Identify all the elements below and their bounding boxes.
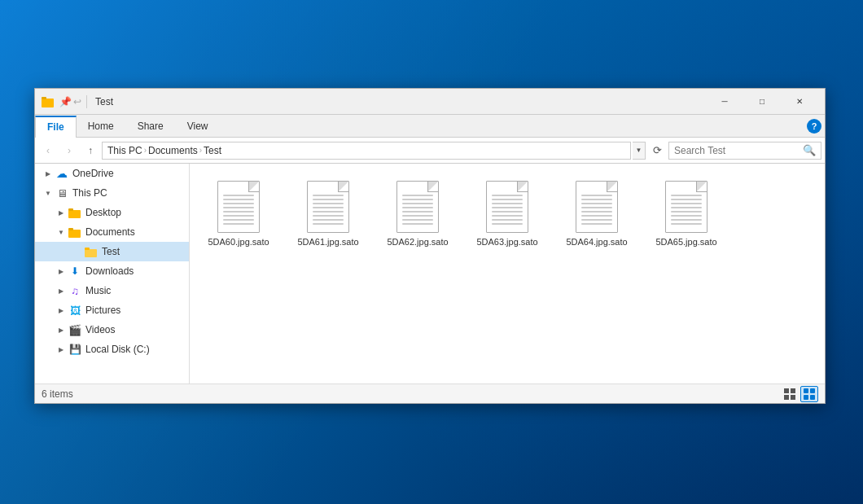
- doc-line: [581, 195, 612, 196]
- sidebar-item-test[interactable]: ▶ Test: [35, 242, 189, 261]
- forward-button[interactable]: ›: [59, 141, 79, 160]
- up-button[interactable]: ↑: [81, 141, 100, 160]
- sidebar-label-pictures: Pictures: [85, 305, 120, 316]
- window-title: Test: [95, 96, 706, 107]
- file-item[interactable]: 5DA61.jpg.sato: [287, 172, 369, 253]
- svg-rect-15: [810, 395, 815, 400]
- main-content: ▶ ☁ OneDrive ▼ 🖥 This PC ▶ Desktop: [35, 164, 825, 383]
- sidebar-label-downloads: Downloads: [85, 265, 134, 277]
- sidebar-label-music: Music: [85, 285, 111, 296]
- doc-line: [402, 207, 433, 208]
- close-button[interactable]: ✕: [781, 89, 818, 115]
- sidebar-label-test: Test: [102, 246, 120, 257]
- folder-icon-test: [84, 245, 99, 258]
- doc-line: [581, 211, 612, 213]
- file-item[interactable]: 5DA65.jpg.sato: [646, 172, 727, 253]
- file-name: 5DA65.jpg.sato: [655, 236, 716, 248]
- doc-line: [671, 219, 702, 221]
- doc-line: [492, 215, 523, 217]
- svg-rect-9: [791, 388, 795, 393]
- window-controls: ─ □ ✕: [706, 89, 818, 115]
- view-large-icon-button[interactable]: [800, 386, 818, 402]
- document-icon: [307, 181, 349, 233]
- sidebar-label-thispc: This PC: [72, 187, 107, 199]
- svg-rect-14: [804, 395, 808, 400]
- refresh-button[interactable]: ⟳: [647, 141, 667, 160]
- file-icon-wrapper: [481, 177, 533, 236]
- status-bar: 6 items: [35, 383, 825, 403]
- sidebar-item-pictures[interactable]: ▶ 🖼 Pictures: [35, 300, 189, 320]
- svg-rect-11: [791, 395, 795, 400]
- doc-line: [581, 215, 612, 217]
- doc-line: [313, 211, 344, 213]
- doc-line: [313, 223, 344, 225]
- file-icon-wrapper: [571, 177, 623, 236]
- back-button[interactable]: ‹: [38, 141, 58, 160]
- file-item[interactable]: 5DA60.jpg.sato: [198, 172, 279, 253]
- file-icon-wrapper: [302, 177, 354, 236]
- grid-view-icon: [784, 388, 795, 400]
- sidebar-item-downloads[interactable]: ▶ ⬇ Downloads: [35, 261, 189, 281]
- sidebar-label-onedrive: OneDrive: [72, 168, 114, 179]
- search-box[interactable]: 🔍: [668, 142, 821, 160]
- status-item-count: 6 items: [42, 388, 781, 400]
- sidebar-item-localdisk[interactable]: ▶ 💾 Local Disk (C:): [35, 340, 189, 359]
- folder-icon-documents: [68, 226, 82, 239]
- path-dropdown-button[interactable]: ▼: [633, 142, 646, 160]
- file-item[interactable]: 5DA64.jpg.sato: [556, 172, 637, 253]
- cloud-icon: ☁: [55, 167, 69, 180]
- music-icon: ♫: [68, 284, 82, 297]
- ribbon: File Home Share View ?: [35, 115, 825, 138]
- doc-line: [581, 219, 612, 221]
- sidebar-item-documents[interactable]: ▼ Documents: [35, 222, 189, 242]
- doc-line: [581, 207, 612, 208]
- maximize-button[interactable]: □: [743, 89, 781, 115]
- titlebar-pin-icon: 📌: [59, 96, 72, 107]
- sidebar-item-videos[interactable]: ▶ 🎬 Videos: [35, 320, 189, 340]
- tab-view[interactable]: View: [176, 115, 221, 137]
- sidebar-item-onedrive[interactable]: ▶ ☁ OneDrive: [35, 164, 189, 183]
- titlebar-undo-icon: ↩: [73, 96, 81, 107]
- doc-line: [313, 219, 344, 221]
- tab-file[interactable]: File: [35, 116, 77, 138]
- sidebar-item-music[interactable]: ▶ ♫ Music: [35, 281, 189, 300]
- file-icon-wrapper: [212, 177, 265, 236]
- doc-line: [313, 207, 344, 208]
- tab-home[interactable]: Home: [77, 115, 126, 137]
- svg-rect-5: [68, 228, 73, 230]
- file-item[interactable]: 5DA63.jpg.sato: [467, 172, 548, 253]
- doc-line: [671, 223, 702, 225]
- path-sep-1: ›: [144, 146, 147, 155]
- search-input[interactable]: [674, 145, 799, 156]
- doc-line: [402, 211, 433, 213]
- svg-rect-7: [85, 248, 90, 250]
- tab-share[interactable]: Share: [126, 115, 176, 137]
- svg-rect-13: [810, 388, 815, 393]
- doc-line: [402, 215, 433, 217]
- document-icon: [665, 181, 707, 233]
- file-item[interactable]: 5DA62.jpg.sato: [377, 172, 458, 253]
- view-grid-button[interactable]: [781, 386, 799, 402]
- doc-line: [223, 195, 254, 196]
- help-button[interactable]: ?: [807, 119, 821, 134]
- titlebar-folder-icon: [42, 96, 55, 107]
- file-explorer-window: 📌 ↩ Test ─ □ ✕ File Home Share View ? ‹ …: [34, 88, 826, 404]
- file-name: 5DA63.jpg.sato: [476, 236, 537, 248]
- doc-line: [671, 211, 702, 213]
- doc-line: [671, 207, 702, 208]
- large-view-icon: [804, 388, 815, 400]
- doc-line: [492, 199, 523, 200]
- doc-line: [671, 203, 702, 204]
- minimize-button[interactable]: ─: [706, 89, 743, 115]
- expand-icon-thispc: ▼: [42, 186, 55, 199]
- address-path[interactable]: This PC › Documents › Test: [102, 142, 631, 160]
- expand-icon-videos: ▶: [55, 323, 68, 336]
- expand-icon-music: ▶: [55, 284, 68, 297]
- sidebar-item-desktop[interactable]: ▶ Desktop: [35, 203, 189, 222]
- doc-line: [223, 215, 254, 217]
- search-icon[interactable]: 🔍: [803, 144, 816, 156]
- expand-icon-documents: ▼: [55, 226, 68, 239]
- doc-line: [671, 195, 702, 196]
- sidebar-item-thispc[interactable]: ▼ 🖥 This PC: [35, 183, 189, 203]
- svg-rect-4: [68, 230, 81, 238]
